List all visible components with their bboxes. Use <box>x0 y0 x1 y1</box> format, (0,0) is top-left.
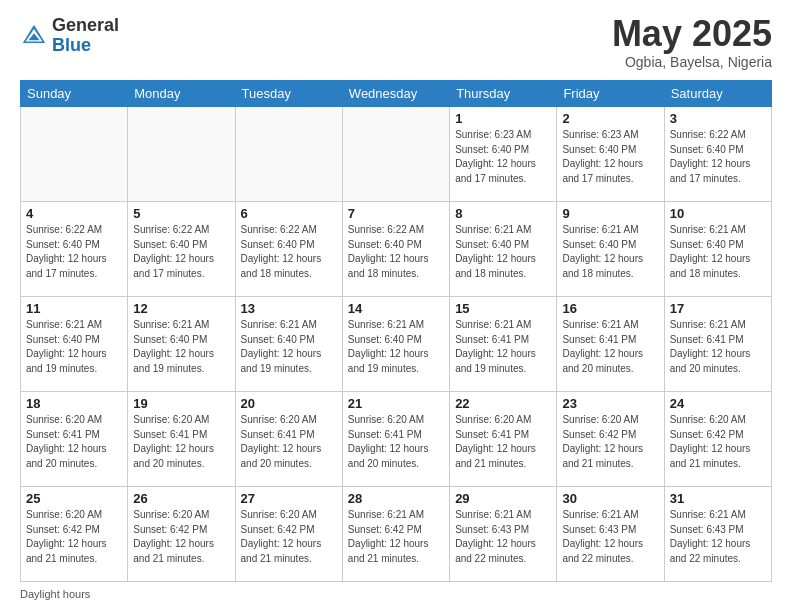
day-number: 28 <box>348 491 444 506</box>
calendar-cell: 14Sunrise: 6:21 AM Sunset: 6:40 PM Dayli… <box>342 297 449 392</box>
calendar-cell: 10Sunrise: 6:21 AM Sunset: 6:40 PM Dayli… <box>664 202 771 297</box>
day-info: Sunrise: 6:20 AM Sunset: 6:42 PM Dayligh… <box>562 413 658 471</box>
location: Ogbia, Bayelsa, Nigeria <box>612 54 772 70</box>
day-info: Sunrise: 6:23 AM Sunset: 6:40 PM Dayligh… <box>562 128 658 186</box>
calendar-header-sunday: Sunday <box>21 81 128 107</box>
calendar-cell: 6Sunrise: 6:22 AM Sunset: 6:40 PM Daylig… <box>235 202 342 297</box>
calendar-header-saturday: Saturday <box>664 81 771 107</box>
footer-note: Daylight hours <box>20 588 772 600</box>
day-info: Sunrise: 6:22 AM Sunset: 6:40 PM Dayligh… <box>133 223 229 281</box>
day-info: Sunrise: 6:21 AM Sunset: 6:41 PM Dayligh… <box>455 318 551 376</box>
calendar-cell: 5Sunrise: 6:22 AM Sunset: 6:40 PM Daylig… <box>128 202 235 297</box>
day-info: Sunrise: 6:22 AM Sunset: 6:40 PM Dayligh… <box>241 223 337 281</box>
day-number: 13 <box>241 301 337 316</box>
calendar-cell <box>128 107 235 202</box>
day-number: 3 <box>670 111 766 126</box>
calendar-week-3: 11Sunrise: 6:21 AM Sunset: 6:40 PM Dayli… <box>21 297 772 392</box>
day-info: Sunrise: 6:21 AM Sunset: 6:41 PM Dayligh… <box>562 318 658 376</box>
calendar-table: SundayMondayTuesdayWednesdayThursdayFrid… <box>20 80 772 582</box>
day-number: 25 <box>26 491 122 506</box>
day-number: 30 <box>562 491 658 506</box>
day-number: 21 <box>348 396 444 411</box>
calendar-cell: 22Sunrise: 6:20 AM Sunset: 6:41 PM Dayli… <box>450 392 557 487</box>
calendar-cell: 18Sunrise: 6:20 AM Sunset: 6:41 PM Dayli… <box>21 392 128 487</box>
calendar-cell: 2Sunrise: 6:23 AM Sunset: 6:40 PM Daylig… <box>557 107 664 202</box>
calendar-cell <box>21 107 128 202</box>
day-info: Sunrise: 6:21 AM Sunset: 6:40 PM Dayligh… <box>133 318 229 376</box>
calendar-cell: 12Sunrise: 6:21 AM Sunset: 6:40 PM Dayli… <box>128 297 235 392</box>
calendar-cell: 17Sunrise: 6:21 AM Sunset: 6:41 PM Dayli… <box>664 297 771 392</box>
calendar-header-wednesday: Wednesday <box>342 81 449 107</box>
calendar-cell: 21Sunrise: 6:20 AM Sunset: 6:41 PM Dayli… <box>342 392 449 487</box>
day-info: Sunrise: 6:22 AM Sunset: 6:40 PM Dayligh… <box>26 223 122 281</box>
day-number: 23 <box>562 396 658 411</box>
calendar-header-friday: Friday <box>557 81 664 107</box>
day-number: 31 <box>670 491 766 506</box>
calendar-cell: 20Sunrise: 6:20 AM Sunset: 6:41 PM Dayli… <box>235 392 342 487</box>
day-info: Sunrise: 6:20 AM Sunset: 6:41 PM Dayligh… <box>241 413 337 471</box>
day-info: Sunrise: 6:20 AM Sunset: 6:42 PM Dayligh… <box>241 508 337 566</box>
logo-blue-text: Blue <box>52 35 91 55</box>
calendar-cell: 13Sunrise: 6:21 AM Sunset: 6:40 PM Dayli… <box>235 297 342 392</box>
calendar-cell: 3Sunrise: 6:22 AM Sunset: 6:40 PM Daylig… <box>664 107 771 202</box>
day-number: 2 <box>562 111 658 126</box>
day-number: 1 <box>455 111 551 126</box>
day-info: Sunrise: 6:22 AM Sunset: 6:40 PM Dayligh… <box>348 223 444 281</box>
day-info: Sunrise: 6:20 AM Sunset: 6:42 PM Dayligh… <box>26 508 122 566</box>
day-info: Sunrise: 6:20 AM Sunset: 6:41 PM Dayligh… <box>133 413 229 471</box>
calendar-header-tuesday: Tuesday <box>235 81 342 107</box>
calendar-cell: 19Sunrise: 6:20 AM Sunset: 6:41 PM Dayli… <box>128 392 235 487</box>
calendar-cell: 24Sunrise: 6:20 AM Sunset: 6:42 PM Dayli… <box>664 392 771 487</box>
day-info: Sunrise: 6:21 AM Sunset: 6:40 PM Dayligh… <box>562 223 658 281</box>
day-info: Sunrise: 6:21 AM Sunset: 6:43 PM Dayligh… <box>562 508 658 566</box>
day-info: Sunrise: 6:20 AM Sunset: 6:41 PM Dayligh… <box>455 413 551 471</box>
calendar-cell: 29Sunrise: 6:21 AM Sunset: 6:43 PM Dayli… <box>450 487 557 582</box>
calendar-cell: 28Sunrise: 6:21 AM Sunset: 6:42 PM Dayli… <box>342 487 449 582</box>
calendar-cell: 4Sunrise: 6:22 AM Sunset: 6:40 PM Daylig… <box>21 202 128 297</box>
day-number: 19 <box>133 396 229 411</box>
day-info: Sunrise: 6:20 AM Sunset: 6:41 PM Dayligh… <box>348 413 444 471</box>
logo: General Blue <box>20 16 119 56</box>
calendar-cell: 9Sunrise: 6:21 AM Sunset: 6:40 PM Daylig… <box>557 202 664 297</box>
day-number: 22 <box>455 396 551 411</box>
day-info: Sunrise: 6:21 AM Sunset: 6:40 PM Dayligh… <box>26 318 122 376</box>
calendar-week-1: 1Sunrise: 6:23 AM Sunset: 6:40 PM Daylig… <box>21 107 772 202</box>
calendar-cell: 7Sunrise: 6:22 AM Sunset: 6:40 PM Daylig… <box>342 202 449 297</box>
day-info: Sunrise: 6:20 AM Sunset: 6:41 PM Dayligh… <box>26 413 122 471</box>
day-info: Sunrise: 6:20 AM Sunset: 6:42 PM Dayligh… <box>133 508 229 566</box>
day-number: 11 <box>26 301 122 316</box>
day-info: Sunrise: 6:22 AM Sunset: 6:40 PM Dayligh… <box>670 128 766 186</box>
day-info: Sunrise: 6:21 AM Sunset: 6:40 PM Dayligh… <box>241 318 337 376</box>
calendar-week-4: 18Sunrise: 6:20 AM Sunset: 6:41 PM Dayli… <box>21 392 772 487</box>
page: General Blue May 2025 Ogbia, Bayelsa, Ni… <box>0 0 792 612</box>
day-number: 16 <box>562 301 658 316</box>
day-number: 6 <box>241 206 337 221</box>
day-number: 24 <box>670 396 766 411</box>
header: General Blue May 2025 Ogbia, Bayelsa, Ni… <box>20 16 772 70</box>
logo-icon <box>20 22 48 50</box>
calendar-cell: 23Sunrise: 6:20 AM Sunset: 6:42 PM Dayli… <box>557 392 664 487</box>
logo-general-text: General <box>52 15 119 35</box>
day-number: 29 <box>455 491 551 506</box>
day-info: Sunrise: 6:21 AM Sunset: 6:41 PM Dayligh… <box>670 318 766 376</box>
day-number: 12 <box>133 301 229 316</box>
day-number: 20 <box>241 396 337 411</box>
calendar-cell <box>235 107 342 202</box>
day-info: Sunrise: 6:21 AM Sunset: 6:40 PM Dayligh… <box>670 223 766 281</box>
day-number: 26 <box>133 491 229 506</box>
day-number: 15 <box>455 301 551 316</box>
day-info: Sunrise: 6:23 AM Sunset: 6:40 PM Dayligh… <box>455 128 551 186</box>
day-number: 9 <box>562 206 658 221</box>
title-block: May 2025 Ogbia, Bayelsa, Nigeria <box>612 16 772 70</box>
day-info: Sunrise: 6:21 AM Sunset: 6:40 PM Dayligh… <box>348 318 444 376</box>
calendar-header-row: SundayMondayTuesdayWednesdayThursdayFrid… <box>21 81 772 107</box>
day-number: 27 <box>241 491 337 506</box>
day-number: 14 <box>348 301 444 316</box>
day-number: 8 <box>455 206 551 221</box>
calendar-cell: 16Sunrise: 6:21 AM Sunset: 6:41 PM Dayli… <box>557 297 664 392</box>
day-number: 10 <box>670 206 766 221</box>
day-number: 7 <box>348 206 444 221</box>
day-info: Sunrise: 6:20 AM Sunset: 6:42 PM Dayligh… <box>670 413 766 471</box>
day-info: Sunrise: 6:21 AM Sunset: 6:42 PM Dayligh… <box>348 508 444 566</box>
calendar-cell: 8Sunrise: 6:21 AM Sunset: 6:40 PM Daylig… <box>450 202 557 297</box>
